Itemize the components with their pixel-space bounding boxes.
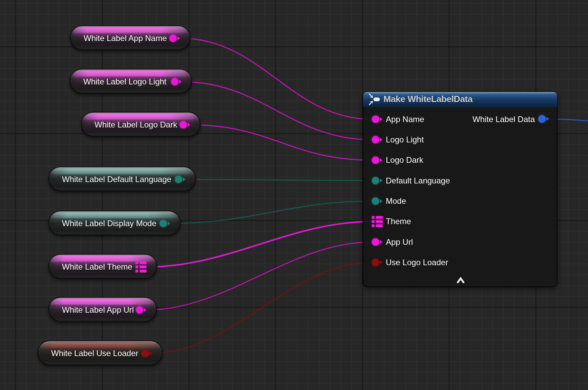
svg-text:White Label Data: White Label Data [472,115,535,124]
svg-text:White Label Theme: White Label Theme [62,262,132,271]
svg-text:App Name: App Name [386,115,424,124]
svg-text:Default Language: Default Language [386,176,450,185]
svg-text:White Label Display Mode: White Label Display Mode [62,219,156,228]
svg-text:White Label Logo Dark: White Label Logo Dark [94,120,177,129]
svg-text:Logo Light: Logo Light [386,135,424,144]
svg-text:White Label Use Loader: White Label Use Loader [51,349,138,358]
svg-text:Theme: Theme [386,217,411,226]
svg-text:White Label Logo Light: White Label Logo Light [83,77,167,86]
svg-text:White Label Default Language: White Label Default Language [62,175,171,184]
svg-text:Mode: Mode [386,196,406,206]
svg-text:White Label App Url: White Label App Url [62,305,134,314]
svg-text:Logo Dark: Logo Dark [386,155,424,164]
svg-text:White Label App Name: White Label App Name [84,34,167,43]
svg-text:Use Logo Loader: Use Logo Loader [386,258,448,267]
svg-text:App Url: App Url [386,237,413,247]
svg-text:Make WhiteLabelData: Make WhiteLabelData [383,94,473,104]
